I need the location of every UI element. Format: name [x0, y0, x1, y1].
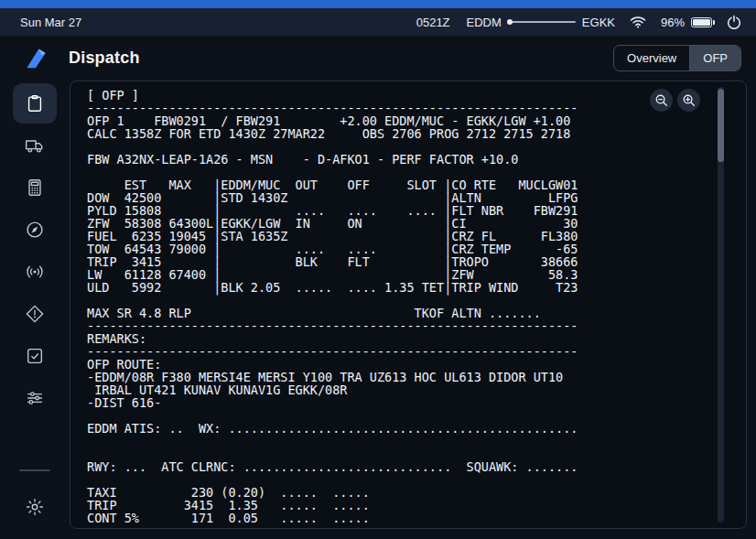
- sidebar-item-failures[interactable]: [13, 294, 57, 334]
- warning-diamond-icon: [25, 304, 45, 324]
- flight-destination: EGKK: [582, 16, 615, 29]
- gear-icon: [25, 497, 45, 517]
- scrollbar-track[interactable]: [718, 87, 724, 523]
- magnifier-plus-icon: [682, 93, 696, 107]
- clipboard-icon: [25, 93, 45, 113]
- statusbar-right: 0521Z EDDM EGKK 96%: [416, 15, 741, 29]
- sidebar-bottom: [13, 469, 57, 528]
- zoom-in-button[interactable]: [677, 89, 700, 112]
- flight-origin: EDDM: [467, 16, 502, 29]
- broadcast-icon: [25, 262, 45, 282]
- sidebar-item-presets[interactable]: [13, 378, 57, 418]
- statusbar-date: Sun Mar 27: [20, 16, 81, 29]
- sidebar: [0, 81, 70, 539]
- ofp-panel: [ OFP ] --------------------------------…: [70, 81, 747, 529]
- sidebar-item-settings[interactable]: [13, 487, 57, 527]
- flight-position-dot: [507, 19, 513, 25]
- sidebar-item-navigation[interactable]: [13, 210, 57, 250]
- sidebar-divider: [19, 469, 50, 471]
- sidebar-item-atc[interactable]: [13, 252, 57, 292]
- sidebar-item-performance[interactable]: [13, 167, 57, 208]
- window-accent-bar: [0, 0, 756, 8]
- zoom-controls: [650, 89, 700, 112]
- check-square-icon: [25, 346, 45, 366]
- app-body: [ OFP ] --------------------------------…: [0, 81, 756, 539]
- battery-fill: [693, 19, 710, 26]
- tab-overview[interactable]: Overview: [614, 46, 689, 70]
- zoom-out-button[interactable]: [650, 89, 673, 112]
- battery-icon: [691, 17, 712, 27]
- content-area: [ OFP ] --------------------------------…: [70, 81, 756, 539]
- ofp-text: [ OFP ] --------------------------------…: [70, 81, 746, 524]
- flight-progress: EDDM EGKK: [467, 16, 615, 29]
- page-title: Dispatch: [69, 49, 140, 68]
- sidebar-item-dispatch[interactable]: [13, 83, 57, 124]
- wifi-icon: [630, 16, 646, 28]
- truck-icon: [25, 135, 45, 156]
- sliders-icon: [25, 388, 45, 408]
- sidebar-item-ground[interactable]: [13, 125, 57, 166]
- battery-status: 96%: [661, 16, 712, 29]
- power-button[interactable]: [727, 15, 741, 29]
- scrollbar-thumb[interactable]: [718, 89, 724, 162]
- statusbar-time: 0521Z: [416, 16, 450, 29]
- statusbar: Sun Mar 27 0521Z EDDM EGKK 96%: [0, 8, 756, 36]
- battery-percent: 96%: [661, 16, 685, 29]
- flypad-app: Sun Mar 27 0521Z EDDM EGKK 96%: [0, 0, 756, 539]
- compass-icon: [25, 220, 45, 240]
- page-header: Dispatch Overview OFP: [0, 36, 756, 81]
- view-toggle: Overview OFP: [613, 45, 741, 71]
- calculator-icon: [25, 178, 45, 198]
- tab-ofp[interactable]: OFP: [689, 46, 740, 70]
- flybywire-logo: [24, 46, 49, 70]
- magnifier-minus-icon: [654, 93, 668, 107]
- sidebar-item-checklists[interactable]: [13, 336, 57, 376]
- flight-progress-line: [508, 21, 576, 23]
